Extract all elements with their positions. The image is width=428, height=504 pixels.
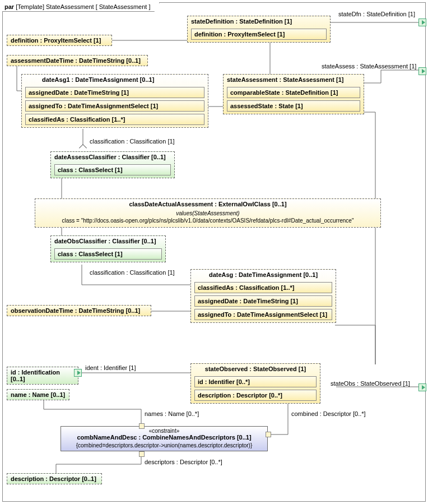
item-dateAsg-assignedTo: assignedTo : DateTimeAssignmentSelect [1… [194,309,332,320]
box-stateObserved: stateObserved : StateObserved [1] id : I… [190,363,320,404]
header-stateAssessment: stateAssessment : StateAssessment [1] [224,75,364,85]
box-observationDateTime: observationDateTime : DateTimeString [0.… [7,305,151,316]
item-stateDefinition-definition: definition : ProxyItemSelect [1] [191,29,327,40]
header-stateDefinition: stateDefinition : StateDefinition [1] [188,16,330,26]
header-dateObsClassifier: dateObsClassifier : Classifier [0..1] [51,236,165,246]
label-classification-1: classification : Classification [1] [90,138,175,145]
header-dateAsg: dateAsg : DateTimeAssignment [0..1] [191,270,336,280]
item-stateObserved-id: id : Identifier [0..*] [194,376,317,387]
label-names: names : Name [0..*] [145,410,199,417]
header-combNameAndDesc: combNameAndDesc : CombineNamesAndDescrip… [61,434,267,442]
port-id [74,369,82,377]
item-dateAsg1-classifiedAs: classifiedAs : Classification [1..*] [25,114,204,125]
header-id: id : Identification [0..1] [7,367,78,384]
box-dateAsg1: dateAsg1 : DateTimeAssignment [0..1] ass… [21,74,208,128]
connector-port-icon [266,432,271,437]
item-dateObsClassifier-class: class : ClassSelect [1] [54,248,162,260]
frame-stereotype: [Template] [16,3,44,10]
header-dateAsg1: dateAsg1 : DateTimeAssignment [0..1] [39,75,208,85]
frame-context: [ StateAssessment ] [96,3,151,10]
frame-kind: par [4,3,14,10]
header-dateAssessClassifier: dateAssessClassifier : Classifier [0..1] [51,152,174,162]
header-description: description : Descriptor [0..1] [7,474,101,484]
box-name: name : Name [0..1] [7,389,69,400]
connector-port-icon [139,423,145,429]
header-stateObserved: stateObserved : StateObserved [1] [191,364,320,374]
header-name: name : Name [0..1] [7,390,69,400]
item-stateObserved-description: description : Descriptor [0..*] [194,390,317,401]
box-stateDefinition: stateDefinition : StateDefinition [1] de… [187,16,331,43]
port-label-stateObs: stateObs : StateObserved [1] [331,380,410,387]
box-definition: definition : ProxyItemSelect [1] [7,35,112,46]
box-id: id : Identification [0..1] [7,367,78,385]
port-label-stateDfn: stateDfn : StateDefinition [1] [338,11,415,17]
note-class-value: class = "http://docs.oasis-open.org/plcs… [39,218,377,224]
note-values: values(StateAssessment) [39,210,377,216]
header-observationDateTime: observationDateTime : DateTimeString [0.… [7,306,151,316]
port-stateAssess [418,67,426,75]
box-dateObsClassifier: dateObsClassifier : Classifier [0..1] cl… [50,235,166,262]
box-dateAssessClassifier: dateAssessClassifier : Classifier [0..1]… [50,151,175,178]
item-dateAsg-assignedDate: assignedDate : DateTimeString [1] [194,295,332,307]
box-description: description : Descriptor [0..1] [7,473,102,484]
frame-heading: par [Template] StateAssessment [ StateAs… [2,2,160,12]
header-assessmentDateTime: assessmentDateTime : DateTimeString [0..… [7,56,147,66]
header-definition: definition : ProxyItemSelect [1] [7,35,111,45]
box-combNameAndDesc: «constraint» combNameAndDesc : CombineNa… [61,426,268,451]
item-stateAssessment-assessedState: assessedState : State [1] [227,100,360,112]
port-label-stateAssess: stateAssess : StateAssessment [1] [322,63,416,70]
port-stateDfn [418,19,426,26]
item-stateAssessment-comparableState: comparableState : StateDefinition [1] [227,87,360,98]
label-combined: combined : Descriptor [0..*] [291,410,366,417]
box-stateAssessment: stateAssessment : StateAssessment [1] co… [223,74,364,114]
item-dateAsg-classifiedAs: classifiedAs : Classification [1..*] [194,282,332,293]
box-assessmentDateTime: assessmentDateTime : DateTimeString [0..… [7,55,148,66]
item-dateAsg1-assignedTo: assignedTo : DateTimeAssignmentSelect [1… [25,100,204,112]
box-classDateActualAssessment: classDateActualAssessment : ExternalOwlC… [35,198,381,228]
label-ident: ident : Identifier [1] [85,364,136,371]
frame-name: StateAssessment [46,3,94,10]
label-descriptors: descriptors : Descriptor [0..*] [145,459,222,465]
connector-port-icon [139,451,145,457]
label-classification-2: classification : Classification [1] [90,269,175,276]
box-dateAsg: dateAsg : DateTimeAssignment [0..1] clas… [190,269,336,323]
port-stateObs [418,383,426,391]
stereo-constraint: «constraint» [61,427,267,434]
item-dateAssessClassifier-class: class : ClassSelect [1] [54,164,171,175]
header-classDateActualAssessment: classDateActualAssessment : ExternalOwlC… [35,199,380,209]
expr-combNameAndDesc: {combined=descriptors.descriptor->union(… [61,442,267,451]
item-dateAsg1-assignedDate: assignedDate : DateTimeString [1] [25,87,204,98]
